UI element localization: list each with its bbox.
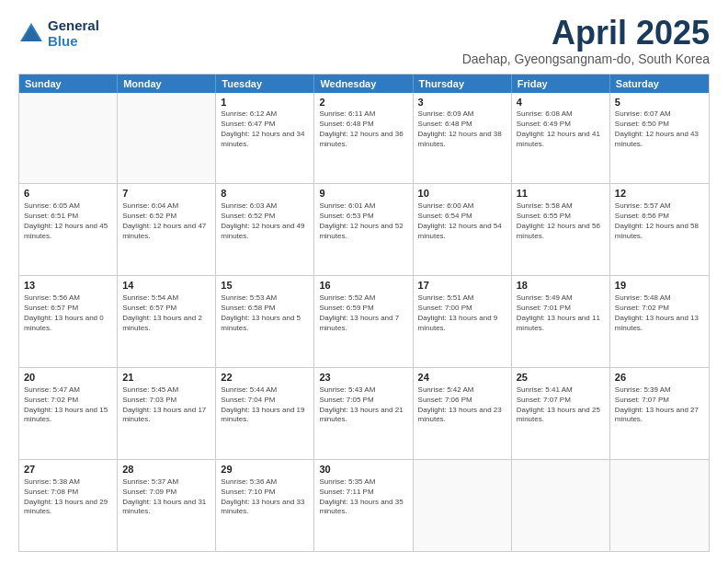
cell-info: Sunrise: 6:07 AM Sunset: 6:50 PM Dayligh… <box>615 109 704 149</box>
day-number: 12 <box>615 187 704 201</box>
cell-info: Sunrise: 5:56 AM Sunset: 6:57 PM Dayligh… <box>24 293 112 333</box>
cell-info: Sunrise: 5:57 AM Sunset: 6:56 PM Dayligh… <box>615 201 704 241</box>
cell-info: Sunrise: 5:42 AM Sunset: 7:06 PM Dayligh… <box>418 385 506 425</box>
calendar-week-1: 1Sunrise: 6:12 AM Sunset: 6:47 PM Daylig… <box>19 93 709 184</box>
day-number: 22 <box>221 371 309 385</box>
calendar-header: SundayMondayTuesdayWednesdayThursdayFrid… <box>19 75 709 93</box>
cell-info: Sunrise: 6:09 AM Sunset: 6:48 PM Dayligh… <box>418 109 506 149</box>
location-subtitle: Daehap, Gyeongsangnam-do, South Korea <box>462 52 710 66</box>
cell-info: Sunrise: 5:51 AM Sunset: 7:00 PM Dayligh… <box>418 293 506 333</box>
calendar-cell-1-4: 2Sunrise: 6:11 AM Sunset: 6:48 PM Daylig… <box>314 93 413 184</box>
cell-info: Sunrise: 5:49 AM Sunset: 7:01 PM Dayligh… <box>517 293 605 333</box>
day-number: 13 <box>24 279 112 293</box>
cell-info: Sunrise: 5:36 AM Sunset: 7:10 PM Dayligh… <box>221 477 309 517</box>
cell-info: Sunrise: 5:52 AM Sunset: 6:59 PM Dayligh… <box>319 293 407 333</box>
cell-info: Sunrise: 6:00 AM Sunset: 6:54 PM Dayligh… <box>418 201 506 241</box>
day-number: 23 <box>319 371 407 385</box>
calendar-week-5: 27Sunrise: 5:38 AM Sunset: 7:08 PM Dayli… <box>19 459 709 551</box>
calendar-week-3: 13Sunrise: 5:56 AM Sunset: 6:57 PM Dayli… <box>19 275 709 367</box>
day-number: 16 <box>319 279 407 293</box>
cell-info: Sunrise: 6:04 AM Sunset: 6:52 PM Dayligh… <box>122 201 210 241</box>
calendar-week-2: 6Sunrise: 6:05 AM Sunset: 6:51 PM Daylig… <box>19 183 709 275</box>
calendar-cell-1-5: 3Sunrise: 6:09 AM Sunset: 6:48 PM Daylig… <box>414 93 512 184</box>
calendar-cell-5-4: 30Sunrise: 5:35 AM Sunset: 7:11 PM Dayli… <box>314 460 413 551</box>
calendar-cell-2-7: 12Sunrise: 5:57 AM Sunset: 6:56 PM Dayli… <box>610 184 709 275</box>
cell-info: Sunrise: 5:37 AM Sunset: 7:09 PM Dayligh… <box>122 477 210 517</box>
calendar-cell-1-6: 4Sunrise: 6:08 AM Sunset: 6:49 PM Daylig… <box>512 93 610 184</box>
calendar-cell-1-7: 5Sunrise: 6:07 AM Sunset: 6:50 PM Daylig… <box>610 93 709 184</box>
cell-info: Sunrise: 5:38 AM Sunset: 7:08 PM Dayligh… <box>24 477 112 517</box>
cell-info: Sunrise: 6:11 AM Sunset: 6:48 PM Dayligh… <box>319 109 407 149</box>
calendar-body: 1Sunrise: 6:12 AM Sunset: 6:47 PM Daylig… <box>19 93 709 551</box>
calendar-cell-2-1: 6Sunrise: 6:05 AM Sunset: 6:51 PM Daylig… <box>19 184 118 275</box>
logo-blue: Blue <box>48 34 99 50</box>
cell-info: Sunrise: 5:35 AM Sunset: 7:11 PM Dayligh… <box>319 477 407 517</box>
cell-info: Sunrise: 6:01 AM Sunset: 6:53 PM Dayligh… <box>319 201 407 241</box>
day-number: 21 <box>122 371 210 385</box>
cell-info: Sunrise: 5:44 AM Sunset: 7:04 PM Dayligh… <box>221 385 309 425</box>
header-day-wednesday: Wednesday <box>314 75 413 93</box>
day-number: 5 <box>615 96 704 109</box>
day-number: 1 <box>221 96 309 109</box>
calendar-week-4: 20Sunrise: 5:47 AM Sunset: 7:02 PM Dayli… <box>19 367 709 459</box>
calendar-cell-4-2: 21Sunrise: 5:45 AM Sunset: 7:03 PM Dayli… <box>118 368 216 459</box>
day-number: 20 <box>24 371 112 385</box>
day-number: 25 <box>517 371 605 385</box>
calendar: SundayMondayTuesdayWednesdayThursdayFrid… <box>18 74 710 552</box>
cell-info: Sunrise: 5:43 AM Sunset: 7:05 PM Dayligh… <box>319 385 407 425</box>
day-number: 19 <box>615 279 704 293</box>
calendar-cell-4-1: 20Sunrise: 5:47 AM Sunset: 7:02 PM Dayli… <box>19 368 118 459</box>
logo-icon <box>18 21 44 47</box>
calendar-cell-5-5 <box>414 460 512 551</box>
day-number: 3 <box>418 96 506 109</box>
header-day-thursday: Thursday <box>414 75 512 93</box>
logo-text: General Blue <box>48 18 99 49</box>
day-number: 7 <box>122 187 210 201</box>
calendar-cell-5-2: 28Sunrise: 5:37 AM Sunset: 7:09 PM Dayli… <box>118 460 216 551</box>
day-number: 10 <box>418 187 506 201</box>
cell-info: Sunrise: 5:39 AM Sunset: 7:07 PM Dayligh… <box>615 385 704 425</box>
calendar-cell-2-2: 7Sunrise: 6:04 AM Sunset: 6:52 PM Daylig… <box>118 184 216 275</box>
calendar-cell-4-7: 26Sunrise: 5:39 AM Sunset: 7:07 PM Dayli… <box>610 368 709 459</box>
day-number: 2 <box>319 96 407 109</box>
calendar-cell-2-6: 11Sunrise: 5:58 AM Sunset: 6:55 PM Dayli… <box>512 184 610 275</box>
day-number: 15 <box>221 279 309 293</box>
calendar-cell-3-5: 17Sunrise: 5:51 AM Sunset: 7:00 PM Dayli… <box>414 276 512 367</box>
calendar-cell-4-3: 22Sunrise: 5:44 AM Sunset: 7:04 PM Dayli… <box>216 368 314 459</box>
calendar-cell-5-1: 27Sunrise: 5:38 AM Sunset: 7:08 PM Dayli… <box>19 460 118 551</box>
cell-info: Sunrise: 5:45 AM Sunset: 7:03 PM Dayligh… <box>122 385 210 425</box>
cell-info: Sunrise: 5:47 AM Sunset: 7:02 PM Dayligh… <box>24 385 112 425</box>
calendar-cell-2-3: 8Sunrise: 6:03 AM Sunset: 6:52 PM Daylig… <box>216 184 314 275</box>
cell-info: Sunrise: 6:03 AM Sunset: 6:52 PM Dayligh… <box>221 201 309 241</box>
header-day-monday: Monday <box>118 75 216 93</box>
day-number: 8 <box>221 187 309 201</box>
cell-info: Sunrise: 5:53 AM Sunset: 6:58 PM Dayligh… <box>221 293 309 333</box>
logo-general: General <box>48 18 99 34</box>
day-number: 28 <box>122 463 210 477</box>
calendar-cell-3-2: 14Sunrise: 5:54 AM Sunset: 6:57 PM Dayli… <box>118 276 216 367</box>
calendar-cell-3-4: 16Sunrise: 5:52 AM Sunset: 6:59 PM Dayli… <box>314 276 413 367</box>
calendar-cell-4-4: 23Sunrise: 5:43 AM Sunset: 7:05 PM Dayli… <box>314 368 413 459</box>
calendar-cell-1-3: 1Sunrise: 6:12 AM Sunset: 6:47 PM Daylig… <box>216 93 314 184</box>
day-number: 18 <box>517 279 605 293</box>
header-day-sunday: Sunday <box>19 75 118 93</box>
calendar-cell-5-3: 29Sunrise: 5:36 AM Sunset: 7:10 PM Dayli… <box>216 460 314 551</box>
day-number: 30 <box>319 463 407 477</box>
page: General Blue April 2025 Daehap, Gyeongsa… <box>0 0 728 563</box>
cell-info: Sunrise: 5:48 AM Sunset: 7:02 PM Dayligh… <box>615 293 704 333</box>
header-day-friday: Friday <box>512 75 610 93</box>
day-number: 27 <box>24 463 112 477</box>
day-number: 14 <box>122 279 210 293</box>
logo: General Blue <box>18 18 99 49</box>
header: General Blue April 2025 Daehap, Gyeongsa… <box>18 15 710 66</box>
day-number: 6 <box>24 187 112 201</box>
day-number: 24 <box>418 371 506 385</box>
calendar-cell-3-7: 19Sunrise: 5:48 AM Sunset: 7:02 PM Dayli… <box>610 276 709 367</box>
calendar-cell-5-6 <box>512 460 610 551</box>
day-number: 26 <box>615 371 704 385</box>
day-number: 11 <box>517 187 605 201</box>
header-day-tuesday: Tuesday <box>216 75 314 93</box>
calendar-cell-5-7 <box>610 460 709 551</box>
calendar-cell-2-4: 9Sunrise: 6:01 AM Sunset: 6:53 PM Daylig… <box>314 184 413 275</box>
calendar-cell-3-1: 13Sunrise: 5:56 AM Sunset: 6:57 PM Dayli… <box>19 276 118 367</box>
